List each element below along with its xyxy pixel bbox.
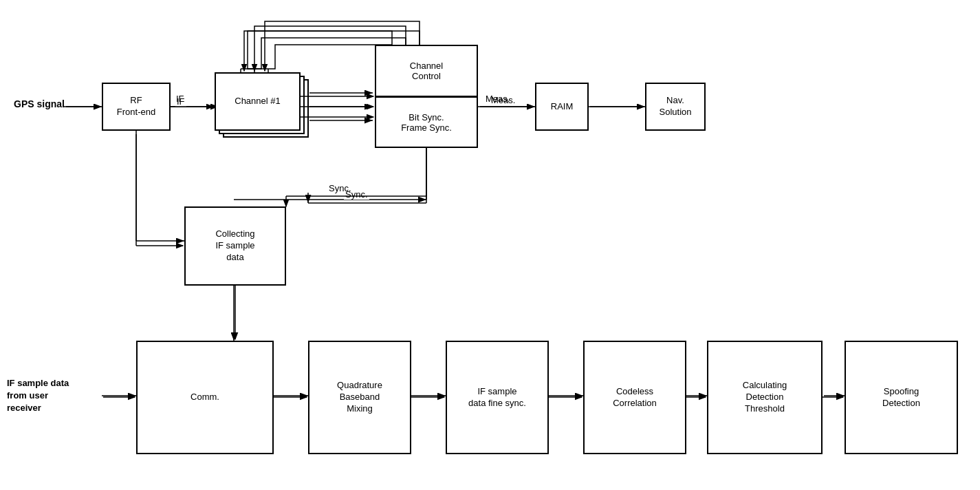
codeless-corr-box: CodelessCorrelation [583,341,686,454]
channel1-label: Channel #1 [235,96,281,107]
sync-label: Sync. [344,189,369,200]
channel1-box: Channel #1 [215,72,301,131]
if-fine-sync-label: IF sampledata fine sync. [468,386,526,409]
channel-control-inner: ChannelControl [410,61,443,81]
if-label: IF [175,96,186,107]
codeless-corr-label: CodelessCorrelation [613,386,657,409]
bit-sync-inner: Bit Sync.Frame Sync. [401,112,452,133]
nav-solution-label: Nav.Solution [660,95,692,118]
if-fine-sync-box: IF sampledata fine sync. [446,341,549,454]
meas-label: Meas. [490,95,516,105]
raim-box: RAIM [535,83,589,131]
nav-solution-box: Nav.Solution [645,83,706,131]
quad-baseband-box: QuadratureBasebandMixing [308,341,411,454]
quad-baseband-label: QuadratureBasebandMixing [337,380,382,415]
raim-label: RAIM [551,101,574,113]
collecting-label: CollectingIF sampledata [215,228,254,264]
spoofing-detect-box: SpoofingDetection [845,341,958,454]
comm-label: Comm. [190,392,219,403]
calc-threshold-label: CalculatingDetectionThreshold [743,380,787,415]
if-sample-label: IF sample datafrom userreceiver [6,377,70,415]
collecting-box: CollectingIF sampledata [184,206,286,286]
gps-signal-label: GPS signal [12,98,66,109]
rf-frontend-box: RFFront-end [102,83,171,131]
comm-box: Comm. [136,341,274,454]
spoofing-detect-label: SpoofingDetection [882,386,920,409]
calc-threshold-box: CalculatingDetectionThreshold [707,341,823,454]
rf-frontend-label: RFFront-end [117,95,155,118]
